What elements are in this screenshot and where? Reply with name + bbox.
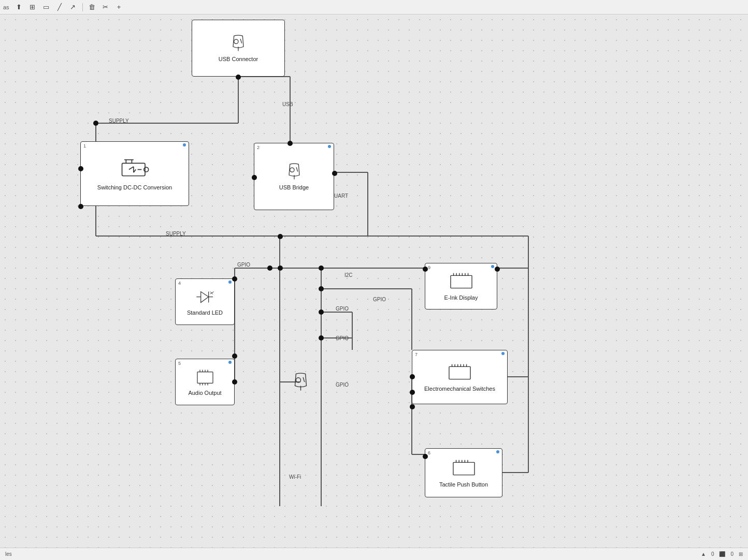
dot-eink-right: [495, 267, 500, 272]
dot-audio-left: [232, 379, 237, 385]
dot-eink-left: [423, 267, 428, 272]
supply-bot-label: SUPPLY: [166, 231, 186, 237]
gpio-label-4: GPIO: [336, 335, 349, 341]
svg-point-35: [234, 39, 238, 43]
dot-gpio-bus-1: [278, 266, 283, 271]
svg-line-44: [129, 167, 134, 170]
dot-usb-bridge-right: [332, 171, 337, 176]
audio-component[interactable]: 5 Audio Output: [175, 359, 235, 405]
audio-blue-dot: [228, 361, 232, 364]
dot-tactile-left: [423, 454, 428, 459]
usb-bridge-num: 2: [257, 145, 260, 150]
svg-rect-79: [453, 462, 474, 475]
svg-marker-50: [200, 292, 208, 303]
eink-component[interactable]: 9 E-Ink Display: [425, 263, 497, 310]
tactile-label: Tactile Push Button: [439, 481, 488, 488]
dot-led-left: [232, 276, 237, 282]
dc-icon: [117, 156, 153, 182]
elec-label: Electromechanical Switches: [424, 386, 495, 392]
dot-gpio-bus-4: [319, 310, 324, 315]
tactile-blue-dot: [496, 450, 499, 453]
svg-rect-56: [197, 372, 213, 384]
group-tool[interactable]: ⊞: [27, 2, 38, 13]
dot-gpio-bus-3: [319, 286, 324, 291]
dot-dc-bottom-left: [78, 204, 83, 209]
add-tool[interactable]: +: [113, 2, 125, 13]
usb-wire-label: USB: [282, 101, 293, 107]
dot-node3: [267, 266, 272, 271]
dc-label: Switching DC-DC Conversion: [97, 184, 172, 191]
usb-bridge-label: USB Bridge: [279, 184, 309, 191]
toolbar-separator: [82, 3, 83, 11]
dot-dc-left: [78, 166, 83, 171]
status-right: ▲ 0 ⬛ 0 ⊞: [701, 551, 743, 557]
dot-usb-connector-bottom: [236, 75, 241, 80]
led-icon: [192, 287, 218, 307]
i2c-label: I2C: [344, 272, 353, 278]
elec-icon: [443, 362, 477, 384]
led-label: Standard LED: [187, 310, 223, 316]
wifi-icon: [286, 371, 315, 394]
usb-connector-label: USB Connector: [219, 56, 258, 63]
toolbar: as ⬆ ⊞ ▭ ╱ ↗ 🗑 ✂ +: [0, 0, 748, 14]
svg-point-43: [144, 167, 149, 172]
svg-point-85: [296, 377, 300, 382]
tactile-icon: [447, 458, 481, 479]
line-tool[interactable]: ╱: [54, 2, 65, 13]
led-component[interactable]: 4 Standard LED: [175, 278, 235, 325]
wifi-component[interactable]: [280, 366, 321, 397]
error-count: 0: [730, 551, 733, 557]
led-blue-dot: [228, 281, 232, 284]
eink-num: 9: [428, 265, 430, 270]
wifi-label: Wi-Fi: [289, 474, 301, 480]
svg-line-36: [240, 39, 242, 43]
gpio-label-2: GPIO: [373, 297, 386, 302]
elec-blue-dot: [501, 352, 505, 355]
status-left: les: [5, 551, 12, 557]
eink-label: E-Ink Display: [444, 294, 478, 301]
status-bar: les ▲ 0 ⬛ 0 ⊞: [0, 548, 748, 560]
arrow-tool[interactable]: ↗: [67, 2, 79, 13]
warning-icon: ▲: [701, 551, 706, 557]
electromechanical-component[interactable]: 7 Electromechanical Switches: [412, 350, 508, 404]
audio-num: 5: [178, 361, 181, 366]
svg-point-47: [290, 168, 294, 172]
usb-bridge-component[interactable]: 2 USB Bridge: [254, 143, 334, 210]
dot-gpio-bus-6: [232, 353, 237, 359]
tactile-component[interactable]: 6 Tactile Push Button: [425, 448, 502, 497]
supply-top-label: SUPPLY: [109, 118, 129, 124]
uart-label: UART: [334, 193, 348, 199]
dot-gpio-bus-2: [319, 266, 324, 271]
usb-bridge-icon: [281, 161, 307, 182]
elec-num: 7: [415, 352, 418, 357]
audio-icon: [192, 367, 218, 388]
dot-elec-left-3: [410, 404, 415, 409]
cursor-tool[interactable]: ⬆: [13, 2, 25, 13]
dot-supply-top-junction: [93, 121, 98, 126]
svg-rect-65: [450, 276, 471, 288]
led-num: 4: [178, 281, 181, 286]
delete-tool[interactable]: 🗑: [87, 2, 98, 13]
gpio-label-5: GPIO: [336, 382, 349, 388]
svg-line-86: [303, 377, 305, 381]
cut-tool[interactable]: ✂: [100, 2, 111, 13]
gpio-label-3: GPIO: [336, 306, 349, 312]
tactile-num: 6: [428, 450, 430, 455]
dot-usb-bridge-left: [252, 175, 257, 180]
eink-icon: [444, 271, 478, 292]
usb-connector-icon: [225, 33, 251, 54]
grid-icon: ⊞: [739, 551, 743, 557]
switching-dc-component[interactable]: 1 Switching DC-DC Conversion: [80, 141, 189, 206]
gpio-label-1: GPIO: [237, 262, 250, 268]
dot-supply-line-junction: [278, 234, 283, 239]
canvas[interactable]: USB Connector 1 Switching DC-DC Conversi…: [0, 14, 748, 560]
wires-layer: [0, 14, 748, 560]
eink-blue-dot: [491, 265, 494, 268]
rect-tool[interactable]: ▭: [40, 2, 52, 13]
usb-connector-component[interactable]: USB Connector: [192, 20, 285, 77]
dot-elec-left-2: [410, 390, 415, 395]
svg-rect-72: [449, 366, 470, 379]
dc-blue-dot: [183, 143, 186, 146]
dot-gpio-bus-5: [319, 335, 324, 341]
dot-usb-bridge-top: [287, 141, 293, 146]
